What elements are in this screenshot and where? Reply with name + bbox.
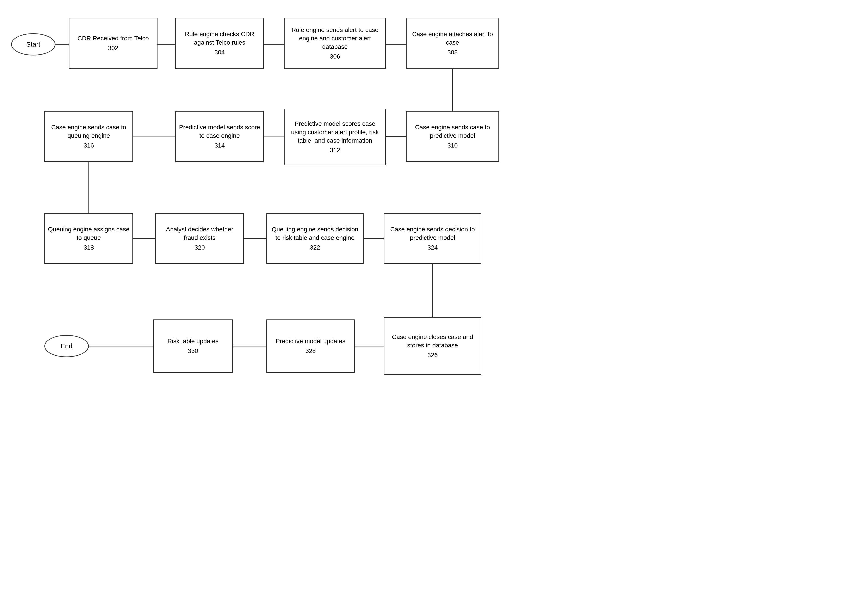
- start-label: Start: [26, 41, 40, 48]
- node-316: Case engine sends case to queuing engine…: [44, 111, 133, 162]
- node-312: Predictive model scores case using custo…: [284, 109, 386, 165]
- node-310: Case engine sends case to predictive mod…: [406, 111, 499, 162]
- node-310-label: Case engine sends case to predictive mod…: [409, 123, 496, 140]
- node-330-label: Risk table updates: [167, 337, 218, 345]
- end-node: End: [44, 335, 89, 357]
- node-320-label: Analyst decides whether fraud exists: [159, 225, 241, 242]
- node-326-number: 326: [427, 351, 438, 359]
- node-304: Rule engine checks CDR against Telco rul…: [175, 18, 264, 69]
- node-302-number: 302: [108, 44, 118, 52]
- node-322: Queuing engine sends decision to risk ta…: [266, 213, 364, 264]
- node-304-number: 304: [214, 48, 225, 56]
- node-326-label: Case engine closes case and stores in da…: [387, 333, 478, 350]
- node-328: Predictive model updates 328: [266, 319, 355, 373]
- node-302: CDR Received from Telco 302: [69, 18, 158, 69]
- node-328-number: 328: [306, 347, 316, 355]
- flowchart-diagram: Start CDR Received from Telco 302 Rule e…: [0, 0, 868, 589]
- node-322-number: 322: [310, 244, 320, 252]
- node-318-label: Queuing engine assigns case to queue: [48, 225, 130, 242]
- node-312-number: 312: [330, 146, 340, 154]
- node-330-number: 330: [188, 347, 198, 355]
- node-314-number: 314: [214, 141, 225, 150]
- node-320: Analyst decides whether fraud exists 320: [155, 213, 244, 264]
- node-310-number: 310: [447, 141, 458, 150]
- node-314-label: Predictive model sends score to case eng…: [179, 123, 261, 140]
- node-328-label: Predictive model updates: [276, 337, 345, 345]
- node-318: Queuing engine assigns case to queue 318: [44, 213, 133, 264]
- node-318-number: 318: [84, 244, 94, 252]
- node-324-label: Case engine sends decision to predictive…: [387, 225, 478, 242]
- end-label: End: [61, 342, 72, 350]
- node-316-number: 316: [84, 141, 94, 150]
- node-308-label: Case engine attaches alert to case: [409, 30, 496, 47]
- node-314: Predictive model sends score to case eng…: [175, 111, 264, 162]
- node-326: Case engine closes case and stores in da…: [384, 317, 481, 375]
- node-320-number: 320: [195, 244, 205, 252]
- start-node: Start: [11, 33, 55, 55]
- node-308-number: 308: [447, 48, 458, 56]
- node-304-label: Rule engine checks CDR against Telco rul…: [179, 30, 261, 47]
- node-306-number: 306: [330, 52, 340, 61]
- node-306: Rule engine sends alert to case engine a…: [284, 18, 386, 69]
- arrows-svg: [0, 0, 868, 589]
- node-308: Case engine attaches alert to case 308: [406, 18, 499, 69]
- node-302-label: CDR Received from Telco: [77, 34, 149, 43]
- node-306-label: Rule engine sends alert to case engine a…: [287, 26, 383, 51]
- node-330: Risk table updates 330: [153, 319, 233, 373]
- node-316-label: Case engine sends case to queuing engine: [48, 123, 130, 140]
- node-322-label: Queuing engine sends decision to risk ta…: [270, 225, 360, 242]
- node-324: Case engine sends decision to predictive…: [384, 213, 481, 264]
- node-312-label: Predictive model scores case using custo…: [287, 120, 383, 145]
- node-324-number: 324: [427, 244, 438, 252]
